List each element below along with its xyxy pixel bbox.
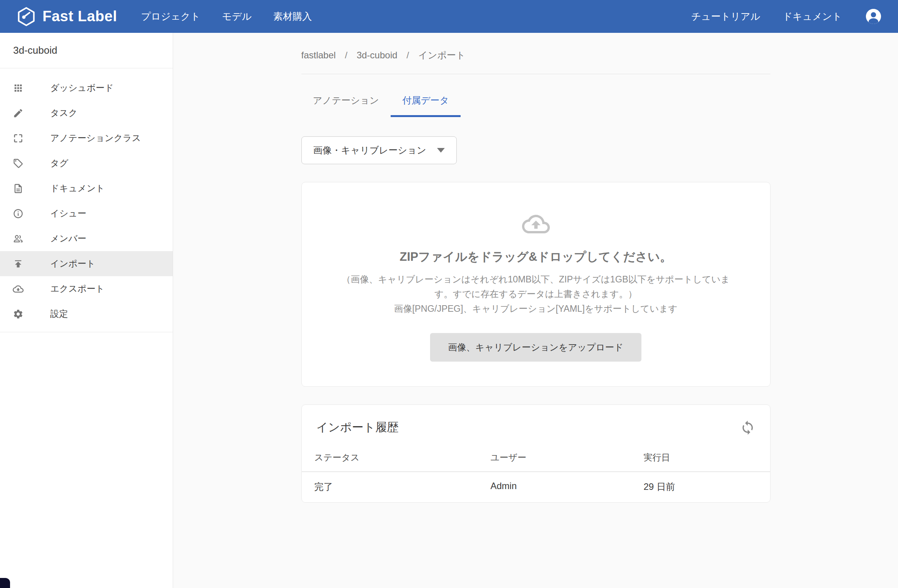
sidebar-item-export[interactable]: エクスポート <box>0 276 173 301</box>
cloud-download-icon <box>13 284 24 294</box>
breadcrumb-divider <box>301 74 770 74</box>
nav-item-projects[interactable]: プロジェクト <box>141 10 201 23</box>
import-history-title: インポート履歴 <box>316 420 399 435</box>
dropzone-formats: 画像[PNG/JPEG]、キャリブレーション[YAML]をサポートしています <box>333 301 739 316</box>
sidebar-item-label: ドキュメント <box>50 182 105 194</box>
breadcrumb-current-page: インポート <box>418 50 465 60</box>
info-circle-icon <box>13 208 24 219</box>
sidebar-item-issues[interactable]: イシュー <box>0 201 173 226</box>
crop-frame-icon <box>13 133 24 144</box>
chat-widget-corner[interactable] <box>0 578 10 588</box>
nav-item-materials[interactable]: 素材購入 <box>273 10 312 23</box>
upload-button[interactable]: 画像、キャリブレーションをアップロード <box>430 333 641 362</box>
project-name: 3d-cuboid <box>0 33 173 68</box>
tab-annotation[interactable]: アノテーション <box>301 88 391 117</box>
fastlabel-logo-icon <box>15 6 37 27</box>
sidebar-item-label: 設定 <box>50 308 68 320</box>
main-area: fastlabel / 3d-cuboid / インポート アノテーション 付属… <box>173 33 898 588</box>
people-icon <box>13 233 24 244</box>
sidebar-item-label: エクスポート <box>50 283 105 295</box>
sidebar-item-annotation-classes[interactable]: アノテーションクラス <box>0 126 173 151</box>
tab-attached-data[interactable]: 付属データ <box>391 88 461 117</box>
nav-item-tutorial[interactable]: チュートリアル <box>691 10 760 23</box>
sidebar-item-documents[interactable]: ドキュメント <box>0 176 173 201</box>
sidebar-item-import[interactable]: インポート <box>0 251 173 276</box>
sidebar-item-label: ダッシュボード <box>50 82 114 94</box>
breadcrumb-workspace[interactable]: fastlabel <box>301 50 336 60</box>
cell-user: Admin <box>478 472 631 502</box>
sidebar-item-tasks[interactable]: タスク <box>0 100 173 126</box>
history-header-status: ステータス <box>302 452 478 471</box>
cell-date: 29 日前 <box>631 472 770 502</box>
grid-icon <box>13 83 24 93</box>
refresh-button[interactable] <box>740 420 755 435</box>
brand-name: Fast Label <box>43 8 117 25</box>
brand-logo[interactable]: Fast Label <box>15 6 117 27</box>
sidebar-menu: ダッシュボード タスク アノテーションクラス タグ <box>0 68 173 332</box>
sidebar-item-members[interactable]: メンバー <box>0 226 173 251</box>
avatar[interactable] <box>864 7 883 25</box>
sidebar-item-label: アノテーションクラス <box>50 132 141 144</box>
cloud-upload-icon <box>522 210 550 238</box>
top-nav-bar: Fast Label プロジェクト モデル 素材購入 チュートリアル ドキュメン… <box>0 0 898 33</box>
history-table-header: ステータス ユーザー 実行日 <box>302 452 770 472</box>
sidebar-item-label: インポート <box>50 258 95 270</box>
breadcrumb-separator: / <box>406 50 409 60</box>
tab-bar: アノテーション 付属データ <box>301 88 770 117</box>
import-history-header: インポート履歴 <box>302 405 770 435</box>
breadcrumb-separator: / <box>345 50 348 60</box>
history-header-date: 実行日 <box>631 452 770 471</box>
chevron-down-icon <box>437 148 445 153</box>
account-icon <box>864 7 883 25</box>
upload-dropzone[interactable]: ZIPファイルをドラッグ&ドロップしてください。 （画像、キャリブレーションはそ… <box>301 182 770 387</box>
dropzone-heading: ZIPファイルをドラッグ&ドロップしてください。 <box>333 249 739 265</box>
pencil-icon <box>13 108 24 119</box>
nav-item-models[interactable]: モデル <box>222 10 252 23</box>
breadcrumb: fastlabel / 3d-cuboid / インポート <box>301 33 770 61</box>
document-icon <box>13 183 24 194</box>
sidebar-item-label: イシュー <box>50 207 87 219</box>
cell-status: 完了 <box>302 472 478 502</box>
sidebar-item-label: タスク <box>50 107 78 119</box>
dropzone-description: （画像、キャリブレーションはそれぞれ10MB以下、ZIPサイズは1GB以下をサポ… <box>333 272 739 301</box>
top-nav-right: チュートリアル ドキュメント <box>691 7 883 25</box>
import-type-select[interactable]: 画像・キャリブレーション <box>301 136 457 164</box>
refresh-icon <box>740 420 755 435</box>
sidebar-item-label: タグ <box>50 157 68 169</box>
sidebar-item-settings[interactable]: 設定 <box>0 301 173 326</box>
breadcrumb-project[interactable]: 3d-cuboid <box>357 50 397 60</box>
top-nav: プロジェクト モデル 素材購入 <box>141 10 312 23</box>
sidebar-item-label: メンバー <box>50 233 87 245</box>
sidebar-item-dashboard[interactable]: ダッシュボード <box>0 75 173 100</box>
import-type-select-value: 画像・キャリブレーション <box>313 144 427 156</box>
import-history-card: インポート履歴 ステータス ユーザー 実行日 完了 Admin 29 日前 <box>301 404 770 503</box>
tag-icon <box>13 158 24 169</box>
upload-icon <box>13 258 24 269</box>
history-header-user: ユーザー <box>478 452 631 471</box>
sidebar-item-tags[interactable]: タグ <box>0 151 173 176</box>
sidebar: 3d-cuboid ダッシュボード タスク アノテーションクラス <box>0 33 173 588</box>
table-row: 完了 Admin 29 日前 <box>302 472 770 502</box>
nav-item-documents[interactable]: ドキュメント <box>782 10 842 23</box>
gear-icon <box>13 309 24 319</box>
